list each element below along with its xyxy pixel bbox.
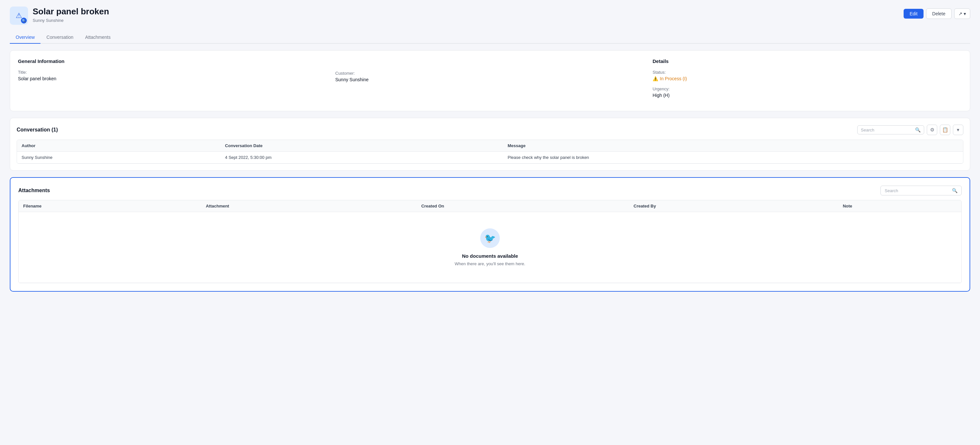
urgency-field: Urgency: High (H) bbox=[652, 86, 962, 98]
page-header: ⚠ 🔍 Solar panel broken Sunny Sunshine Ed… bbox=[10, 6, 970, 25]
general-info-card: General Information Title: Solar panel b… bbox=[10, 50, 970, 111]
col-created-on: Created On bbox=[417, 200, 629, 212]
urgency-value: High (H) bbox=[652, 93, 962, 98]
conversation-card: Conversation (1) 🔍 ⚙ 📋 ▾ bbox=[10, 118, 970, 171]
conversation-table-header-row: Author Conversation Date Message bbox=[17, 140, 963, 152]
share-button[interactable]: ↗ ▾ bbox=[954, 8, 970, 19]
search-icon: 🔍 bbox=[952, 188, 958, 193]
header-left: ⚠ 🔍 Solar panel broken Sunny Sunshine bbox=[10, 6, 109, 25]
search-sub-icon: 🔍 bbox=[21, 17, 27, 24]
warning-icon: ⚠️ bbox=[652, 76, 658, 81]
chevron-down-icon: ▾ bbox=[957, 127, 959, 133]
conversation-toolbar: 🔍 ⚙ 📋 ▾ bbox=[857, 125, 963, 135]
status-value: In Process (I) bbox=[660, 76, 687, 81]
tab-conversation[interactable]: Conversation bbox=[40, 31, 80, 44]
cell-date: 4 Sept 2022, 5:30:00 pm bbox=[220, 152, 503, 164]
attachments-search-box[interactable]: 🔍 bbox=[880, 186, 962, 195]
empty-title: No documents available bbox=[462, 253, 518, 259]
status-label: Status: bbox=[652, 70, 962, 75]
conversation-heading: Conversation (1) bbox=[17, 127, 58, 133]
export-icon-button[interactable]: 📋 bbox=[940, 125, 950, 135]
col-author: Author bbox=[17, 140, 220, 152]
urgency-label: Urgency: bbox=[652, 86, 962, 91]
customer-label: Customer: bbox=[335, 71, 645, 76]
export-icon: 📋 bbox=[942, 127, 948, 133]
attachments-header-row: Filename Attachment Created On Created B… bbox=[19, 200, 961, 212]
details-title: Details bbox=[652, 59, 962, 64]
edit-button[interactable]: Edit bbox=[904, 9, 923, 19]
empty-subtitle: When there are, you'll see them here. bbox=[455, 261, 525, 266]
settings-icon-button[interactable]: ⚙ bbox=[927, 125, 937, 135]
cell-author: Sunny Sunshine bbox=[17, 152, 220, 164]
chevron-down-icon: ▾ bbox=[964, 11, 966, 16]
conversation-search-box[interactable]: 🔍 bbox=[857, 125, 924, 134]
title-label: Title: bbox=[18, 70, 328, 75]
page-title: Solar panel broken bbox=[33, 6, 109, 17]
col-message: Message bbox=[503, 140, 963, 152]
header-actions: Edit Delete ↗ ▾ bbox=[904, 8, 970, 19]
conversation-header: Conversation (1) 🔍 ⚙ 📋 ▾ bbox=[17, 125, 963, 135]
header-title-block: Solar panel broken Sunny Sunshine bbox=[33, 6, 109, 23]
title-value: Solar panel broken bbox=[18, 76, 328, 81]
col-attachment: Attachment bbox=[201, 200, 417, 212]
tab-bar: Overview Conversation Attachments bbox=[10, 31, 970, 44]
conversation-search-input[interactable] bbox=[861, 127, 913, 132]
delete-button[interactable]: Delete bbox=[926, 8, 951, 19]
card-grid: General Information Title: Solar panel b… bbox=[18, 59, 962, 103]
general-info-title: General Information bbox=[18, 59, 328, 64]
share-icon: ↗ bbox=[958, 11, 963, 16]
attachments-card: Attachments 🔍 Filename Attachment Create… bbox=[10, 177, 970, 292]
empty-state-icon: 🐦 bbox=[480, 228, 500, 248]
attachments-header: Attachments 🔍 bbox=[18, 186, 962, 195]
status-badge: ⚠️ In Process (I) bbox=[652, 76, 687, 81]
general-info-section: General Information Title: Solar panel b… bbox=[18, 59, 328, 103]
customer-value: Sunny Sunshine bbox=[335, 77, 645, 82]
gear-icon: ⚙ bbox=[930, 127, 934, 133]
attachments-heading: Attachments bbox=[18, 188, 50, 194]
search-icon: 🔍 bbox=[915, 127, 921, 132]
col-date: Conversation Date bbox=[220, 140, 503, 152]
customer-field: Customer: Sunny Sunshine bbox=[335, 71, 645, 82]
empty-state-row: 🐦 No documents available When there are,… bbox=[19, 212, 961, 283]
tab-overview[interactable]: Overview bbox=[10, 31, 40, 44]
attachments-table-container: Filename Attachment Created On Created B… bbox=[18, 200, 962, 283]
chevron-down-button[interactable]: ▾ bbox=[953, 125, 963, 135]
tab-attachments[interactable]: Attachments bbox=[80, 31, 116, 44]
attachments-table: Filename Attachment Created On Created B… bbox=[19, 200, 961, 283]
customer-section: Customer: Sunny Sunshine bbox=[335, 59, 645, 103]
conversation-table-container: Author Conversation Date Message Sunny S… bbox=[17, 140, 963, 164]
empty-state: 🐦 No documents available When there are,… bbox=[23, 215, 957, 279]
title-field: Title: Solar panel broken bbox=[18, 70, 328, 81]
cell-message: Please check why the solar panel is brok… bbox=[503, 152, 963, 164]
status-field: Status: ⚠️ In Process (I) bbox=[652, 70, 962, 81]
col-created-by: Created By bbox=[629, 200, 838, 212]
page-subtitle: Sunny Sunshine bbox=[33, 18, 109, 23]
details-section: Details Status: ⚠️ In Process (I) Urgenc… bbox=[652, 59, 962, 103]
col-filename: Filename bbox=[19, 200, 201, 212]
ticket-icon: ⚠ 🔍 bbox=[10, 6, 28, 25]
conversation-table: Author Conversation Date Message Sunny S… bbox=[17, 140, 963, 164]
col-note: Note bbox=[838, 200, 961, 212]
attachments-search-input[interactable] bbox=[885, 188, 950, 193]
table-row: Sunny Sunshine 4 Sept 2022, 5:30:00 pm P… bbox=[17, 152, 963, 164]
